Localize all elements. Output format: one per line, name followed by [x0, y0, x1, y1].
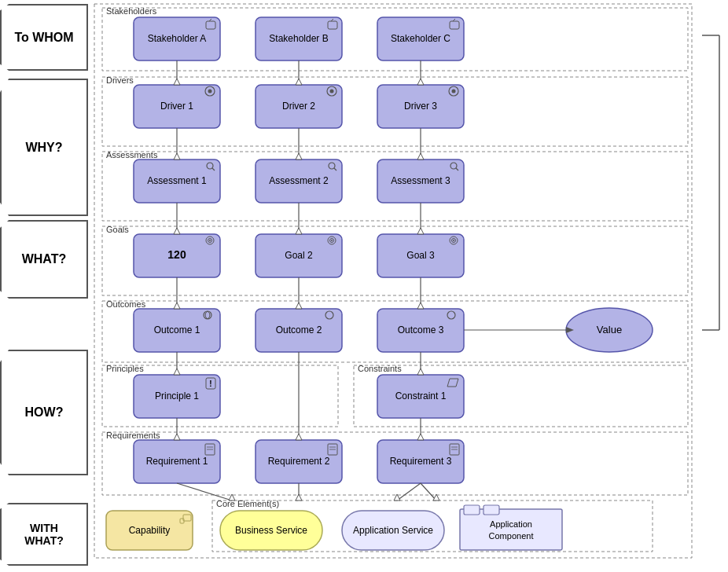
- svg-text:Outcome 1: Outcome 1: [154, 324, 200, 336]
- svg-point-65: [328, 236, 336, 244]
- svg-rect-11: [102, 365, 338, 427]
- svg-marker-92: [447, 379, 458, 387]
- svg-rect-1: [102, 8, 688, 71]
- svg-point-52: [329, 163, 335, 169]
- svg-text:Driver 3: Driver 3: [404, 101, 437, 112]
- svg-text:Outcome 2: Outcome 2: [276, 324, 322, 336]
- svg-text:Stakeholder A: Stakeholder A: [148, 33, 207, 44]
- svg-text:Driver 2: Driver 2: [282, 101, 315, 112]
- svg-marker-141: [417, 434, 424, 440]
- svg-line-25: [209, 19, 211, 21]
- svg-point-62: [209, 240, 211, 241]
- svg-rect-46: [134, 160, 220, 203]
- svg-text:Constraint 1: Constraint 1: [395, 390, 447, 402]
- svg-marker-115: [174, 153, 180, 160]
- svg-line-53: [334, 168, 336, 170]
- svg-text:Goals: Goals: [106, 225, 129, 234]
- svg-text:Assessment 1: Assessment 1: [147, 175, 207, 186]
- svg-rect-42: [377, 85, 464, 128]
- svg-marker-129: [296, 302, 302, 309]
- svg-rect-26: [256, 17, 342, 60]
- svg-point-37: [208, 90, 212, 94]
- svg-rect-68: [377, 234, 464, 277]
- svg-rect-3: [102, 77, 688, 146]
- svg-rect-5: [102, 152, 688, 221]
- svg-rect-86: [134, 375, 220, 418]
- svg-line-49: [212, 168, 215, 170]
- svg-point-40: [327, 86, 336, 96]
- svg-line-29: [331, 19, 333, 21]
- svg-rect-95: [205, 444, 215, 455]
- svg-marker-127: [174, 302, 180, 309]
- svg-point-44: [449, 86, 458, 96]
- svg-marker-137: [174, 434, 180, 440]
- svg-rect-153: [180, 519, 184, 523]
- svg-marker-125: [417, 228, 424, 234]
- svg-text:Stakeholder B: Stakeholder B: [269, 33, 328, 44]
- svg-marker-113: [417, 79, 424, 85]
- svg-rect-50: [256, 160, 342, 203]
- svg-rect-93: [134, 440, 220, 483]
- svg-text:Component: Component: [489, 531, 534, 541]
- svg-text:Principles: Principles: [106, 364, 144, 373]
- svg-marker-111: [296, 79, 302, 85]
- svg-text:Assessments: Assessments: [106, 150, 158, 160]
- svg-point-75: [204, 311, 211, 319]
- svg-point-81: [447, 311, 455, 319]
- svg-line-57: [456, 168, 458, 170]
- svg-rect-73: [134, 309, 220, 352]
- svg-line-146: [397, 483, 421, 500]
- svg-rect-7: [102, 226, 688, 295]
- svg-text:120: 120: [167, 248, 186, 261]
- svg-marker-119: [417, 153, 424, 160]
- svg-marker-143: [229, 494, 235, 500]
- svg-point-48: [207, 163, 213, 169]
- svg-text:Assessment 3: Assessment 3: [391, 175, 450, 186]
- svg-rect-30: [377, 17, 464, 60]
- svg-rect-103: [377, 440, 464, 483]
- label-how: HOW?: [0, 350, 88, 475]
- svg-rect-15: [102, 432, 688, 495]
- svg-point-72: [453, 240, 454, 241]
- svg-line-148: [421, 483, 436, 500]
- svg-line-142: [177, 483, 232, 500]
- svg-rect-160: [483, 505, 499, 515]
- svg-text:Stakeholders: Stakeholders: [106, 6, 157, 16]
- svg-text:Requirement 1: Requirement 1: [146, 456, 208, 467]
- svg-marker-135: [417, 368, 424, 375]
- svg-rect-38: [256, 85, 342, 128]
- svg-text:Driver 1: Driver 1: [160, 101, 193, 112]
- svg-text:Goal 2: Goal 2: [285, 250, 313, 261]
- svg-rect-156: [342, 511, 444, 550]
- svg-text:Assessment 2: Assessment 2: [269, 175, 329, 186]
- svg-text:Core Element(s): Core Element(s): [216, 499, 279, 508]
- svg-text:Requirement 3: Requirement 3: [390, 456, 452, 467]
- svg-rect-76: [256, 309, 342, 352]
- to-whom-text: To WHOM: [14, 31, 73, 45]
- svg-marker-123: [296, 228, 302, 234]
- svg-point-41: [330, 90, 334, 94]
- svg-text:Requirements: Requirements: [106, 431, 160, 440]
- svg-rect-79: [377, 309, 464, 352]
- svg-point-66: [330, 239, 334, 243]
- svg-rect-58: [134, 234, 220, 277]
- svg-text:Drivers: Drivers: [106, 75, 134, 85]
- svg-rect-24: [206, 21, 215, 29]
- svg-point-61: [208, 239, 212, 243]
- svg-rect-13: [354, 365, 688, 427]
- svg-marker-121: [174, 228, 180, 234]
- svg-rect-90: [377, 375, 464, 418]
- svg-rect-54: [377, 160, 464, 203]
- svg-text:Requirement 2: Requirement 2: [268, 456, 330, 467]
- svg-rect-88: [206, 378, 215, 389]
- svg-text:Application Service: Application Service: [353, 525, 433, 536]
- svg-rect-9: [102, 301, 688, 362]
- svg-marker-149: [433, 494, 439, 500]
- svg-text:!: !: [209, 380, 211, 388]
- svg-point-71: [452, 239, 456, 243]
- svg-point-56: [450, 163, 457, 169]
- svg-rect-98: [256, 440, 342, 483]
- svg-point-36: [205, 86, 215, 96]
- svg-marker-85: [566, 327, 574, 333]
- why-text: WHY?: [25, 141, 62, 155]
